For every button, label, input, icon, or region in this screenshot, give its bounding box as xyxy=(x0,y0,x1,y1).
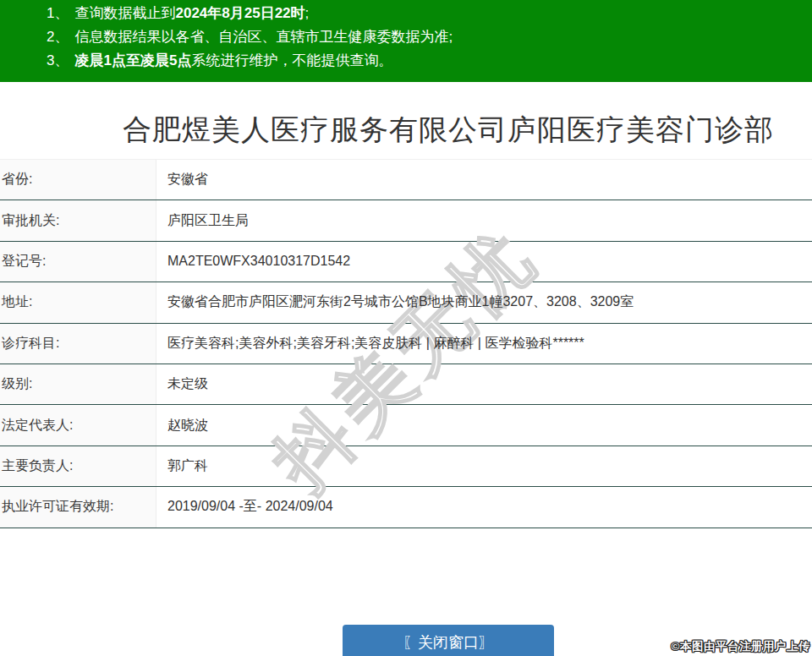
close-window-button[interactable]: 〖关闭窗口〗 xyxy=(343,625,554,656)
field-value: 郭广科 xyxy=(156,446,812,486)
field-label: 法定代表人: xyxy=(0,405,156,445)
field-label: 级别: xyxy=(0,364,156,404)
field-label: 地址: xyxy=(0,282,156,322)
notice-text: 信息数据结果以各省、自治区、直辖市卫生健康委数据为准; xyxy=(74,25,453,49)
field-value: 未定级 xyxy=(156,364,812,404)
notice-line: 1、 查询数据截止到2024年8月25日22时; xyxy=(47,2,812,25)
notice-line: 2、 信息数据结果以各省、自治区、直辖市卫生健康委数据为准; xyxy=(47,25,812,49)
copyright-watermark: ©本图由平台注册用户上传 xyxy=(672,639,810,654)
table-row: 主要负责人: 郭广科 xyxy=(0,446,812,487)
notice-text: 查询数据截止到2024年8月25日22时; xyxy=(74,2,309,25)
table-row: 诊疗科目: 医疗美容科;美容外科;美容牙科;美容皮肤科 | 麻醉科 | 医学检验… xyxy=(0,324,812,364)
field-label: 登记号: xyxy=(0,242,156,282)
field-label: 省份: xyxy=(0,160,156,200)
field-value: 医疗美容科;美容外科;美容牙科;美容皮肤科 | 麻醉科 | 医学检验科*****… xyxy=(156,324,812,364)
table-row: 审批机关: 庐阳区卫生局 xyxy=(0,200,812,241)
notice-number: 2、 xyxy=(47,25,69,49)
field-value: MA2TE0WFX34010317D1542 xyxy=(156,242,812,282)
notice-line: 3、 凌晨1点至凌晨5点系统进行维护，不能提供查询。 xyxy=(47,49,812,73)
table-row: 地址: 安徽省合肥市庐阳区淝河东街2号城市公馆B地块商业1幢3207、3208、… xyxy=(0,282,812,323)
table-row: 省份: 安徽省 xyxy=(0,160,812,200)
field-value: 赵晓波 xyxy=(156,405,812,445)
field-value: 安徽省合肥市庐阳区淝河东街2号城市公馆B地块商业1幢3207、3208、3209… xyxy=(156,282,812,322)
field-value: 庐阳区卫生局 xyxy=(156,200,812,240)
field-label: 执业许可证有效期: xyxy=(0,487,156,527)
field-label: 诊疗科目: xyxy=(0,324,156,364)
table-row: 登记号: MA2TE0WFX34010317D1542 xyxy=(0,242,812,282)
query-result-page: 1、 查询数据截止到2024年8月25日22时; 2、 信息数据结果以各省、自治… xyxy=(0,0,812,656)
field-value: 安徽省 xyxy=(156,160,812,200)
field-label: 审批机关: xyxy=(0,200,156,240)
notice-banner: 1、 查询数据截止到2024年8月25日22时; 2、 信息数据结果以各省、自治… xyxy=(0,0,812,82)
institution-record-table: 省份: 安徽省 审批机关: 庐阳区卫生局 登记号: MA2TE0WFX34010… xyxy=(0,159,812,528)
field-value: 2019/09/04 -至- 2024/09/04 xyxy=(156,487,812,527)
table-row: 法定代表人: 赵晓波 xyxy=(0,405,812,446)
notice-number: 3、 xyxy=(47,49,69,73)
page-title: 合肥煜美人医疗服务有限公司庐阳医疗美容门诊部 xyxy=(123,111,774,150)
notice-text: 凌晨1点至凌晨5点系统进行维护，不能提供查询。 xyxy=(74,49,392,73)
notice-number: 1、 xyxy=(47,2,69,25)
table-row: 级别: 未定级 xyxy=(0,364,812,405)
field-label: 主要负责人: xyxy=(0,446,156,486)
table-row: 执业许可证有效期: 2019/09/04 -至- 2024/09/04 xyxy=(0,487,812,528)
